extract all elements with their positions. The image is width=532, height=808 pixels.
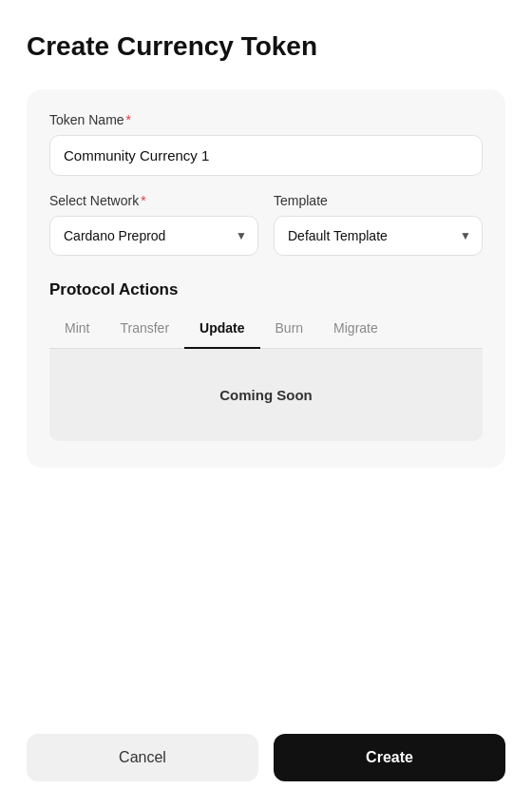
tab-update[interactable]: Update: [184, 313, 259, 349]
protocol-tabs: Mint Transfer Update Burn Migrate: [49, 313, 483, 349]
required-indicator: *: [126, 112, 131, 127]
tab-transfer[interactable]: Transfer: [104, 313, 184, 349]
create-button[interactable]: Create: [274, 734, 505, 781]
network-select-wrapper: Cardano Preprod Cardano Mainnet ▼: [49, 216, 258, 256]
form-card: Token Name* Select Network* Cardano Prep…: [27, 89, 505, 468]
template-select-wrapper: Default Template Custom Template ▼: [274, 216, 483, 256]
cancel-button[interactable]: Cancel: [27, 734, 258, 781]
template-label: Template: [274, 193, 483, 208]
coming-soon-text: Coming Soon: [219, 387, 313, 403]
network-required-indicator: *: [141, 193, 145, 208]
token-name-label: Token Name*: [49, 112, 483, 127]
token-name-input[interactable]: [49, 135, 483, 176]
token-name-field: Token Name*: [49, 112, 483, 176]
network-template-row: Select Network* Cardano Preprod Cardano …: [49, 193, 483, 256]
tab-burn[interactable]: Burn: [260, 313, 319, 349]
network-field: Select Network* Cardano Preprod Cardano …: [49, 193, 258, 256]
network-select[interactable]: Cardano Preprod Cardano Mainnet: [49, 216, 258, 256]
template-field: Template Default Template Custom Templat…: [274, 193, 483, 256]
page-container: Create Currency Token Token Name* Select…: [0, 0, 532, 715]
page-title: Create Currency Token: [27, 30, 505, 63]
footer-buttons: Cancel Create: [0, 715, 532, 808]
tab-content-panel: Coming Soon: [49, 349, 483, 441]
tab-mint[interactable]: Mint: [49, 313, 104, 349]
protocol-actions-section: Protocol Actions Mint Transfer Update Bu…: [49, 280, 483, 441]
network-label: Select Network*: [49, 193, 258, 208]
template-select[interactable]: Default Template Custom Template: [274, 216, 483, 256]
protocol-actions-title: Protocol Actions: [49, 280, 483, 299]
tab-migrate[interactable]: Migrate: [318, 313, 393, 349]
